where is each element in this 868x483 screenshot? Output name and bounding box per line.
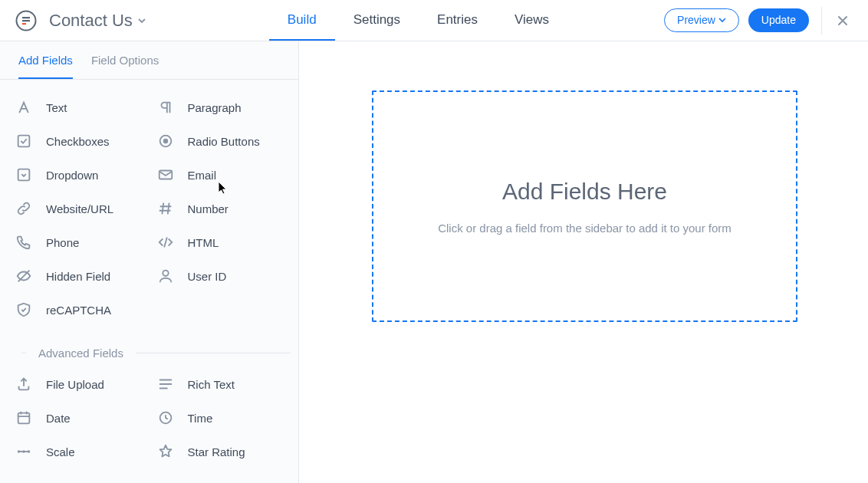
button-label: Update [761, 14, 796, 27]
tab-label: Build [288, 12, 317, 28]
field-label: Paragraph [188, 101, 242, 114]
field-label: Website/URL [46, 202, 113, 215]
basic-fields-grid: Text Paragraph Checkboxes Radio Buttons … [0, 80, 298, 327]
tab-build[interactable]: Build [269, 0, 335, 41]
app-logo[interactable] [15, 0, 49, 41]
fields-sidebar: Add Fields Field Options Text Paragraph … [0, 41, 299, 483]
advanced-fields-heading: Advanced Fields [0, 327, 298, 367]
divider [821, 7, 822, 34]
form-title-dropdown[interactable]: Contact Us [49, 0, 146, 41]
field-website-url[interactable]: Website/URL [8, 192, 150, 225]
field-text[interactable]: Text [8, 90, 150, 124]
field-radio-buttons[interactable]: Radio Buttons [150, 124, 291, 158]
field-label: HTML [188, 236, 219, 249]
field-label: Dropdown [46, 169, 98, 182]
tab-settings[interactable]: Settings [335, 0, 419, 41]
field-label: User ID [188, 270, 227, 283]
sidebar-tab-field-options[interactable]: Field Options [91, 41, 159, 79]
star-icon [157, 443, 174, 460]
radio-icon [157, 133, 174, 150]
field-label: Phone [46, 236, 79, 249]
tab-label: Entries [437, 12, 478, 28]
field-html[interactable]: HTML [150, 225, 291, 259]
dropdown-icon [15, 166, 32, 183]
chevron-down-icon [137, 16, 146, 25]
svg-point-6 [163, 139, 167, 143]
field-label: Star Rating [188, 445, 245, 458]
field-date[interactable]: Date [8, 401, 150, 435]
field-label: Rich Text [188, 378, 235, 391]
field-label: Checkboxes [46, 135, 110, 148]
shield-icon [15, 301, 32, 318]
upload-icon [15, 376, 32, 393]
field-label: reCAPTCHA [46, 304, 111, 317]
field-user-id[interactable]: User ID [150, 259, 291, 293]
field-number[interactable]: Number [150, 192, 291, 225]
field-scale[interactable]: Scale [8, 435, 150, 468]
advanced-fields-grid: File Upload Rich Text Date Time Scale St… [0, 367, 298, 468]
preview-button[interactable]: Preview [664, 8, 739, 32]
svg-rect-7 [18, 169, 30, 181]
tab-label: Add Fields [18, 54, 73, 67]
update-button[interactable]: Update [748, 8, 809, 32]
eye-off-icon [15, 268, 32, 284]
tab-views[interactable]: Views [496, 0, 567, 41]
svg-rect-2 [22, 20, 30, 21]
hash-icon [157, 200, 174, 217]
header-actions: Preview Update [664, 0, 868, 41]
text-a-icon [15, 99, 32, 116]
phone-icon [15, 234, 32, 251]
field-hidden[interactable]: Hidden Field [8, 259, 150, 293]
dropzone-title: Add Fields Here [502, 179, 667, 205]
close-button[interactable] [831, 14, 854, 28]
calendar-icon [15, 409, 32, 426]
form-title: Contact Us [49, 11, 133, 31]
checkbox-icon [15, 133, 32, 150]
sidebar-tabs: Add Fields Field Options [0, 41, 298, 80]
field-dropdown[interactable]: Dropdown [8, 158, 150, 192]
main-tabs: Build Settings Entries Views [269, 0, 567, 41]
field-time[interactable]: Time [150, 401, 291, 435]
svg-rect-4 [18, 136, 30, 147]
field-label: Text [46, 101, 67, 114]
svg-rect-3 [22, 23, 26, 25]
richtext-icon [157, 376, 174, 393]
app-header: Contact Us Build Settings Entries Views … [0, 0, 868, 41]
dropzone[interactable]: Add Fields Here Click or drag a field fr… [372, 90, 797, 322]
sidebar-tab-add-fields[interactable]: Add Fields [18, 41, 73, 79]
svg-rect-10 [18, 413, 30, 424]
field-label: Time [188, 412, 213, 425]
scale-icon [15, 443, 32, 460]
tab-label: Field Options [91, 54, 159, 67]
field-email[interactable]: Email [150, 158, 291, 192]
form-canvas[interactable]: Add Fields Here Click or drag a field fr… [299, 41, 868, 483]
tab-label: Settings [353, 12, 400, 28]
field-phone[interactable]: Phone [8, 225, 150, 259]
close-icon [836, 14, 850, 28]
chevron-down-icon [718, 16, 726, 24]
clock-icon [157, 409, 174, 426]
link-icon [15, 200, 32, 217]
field-rich-text[interactable]: Rich Text [150, 367, 291, 401]
svg-point-9 [163, 271, 168, 276]
field-label: File Upload [46, 378, 104, 391]
field-checkboxes[interactable]: Checkboxes [8, 124, 150, 158]
field-label: Number [188, 202, 229, 215]
user-icon [157, 268, 174, 284]
field-label: Radio Buttons [188, 135, 260, 148]
field-paragraph[interactable]: Paragraph [150, 90, 291, 124]
tab-label: Views [515, 12, 549, 28]
field-recaptcha[interactable]: reCAPTCHA [8, 293, 150, 327]
field-file-upload[interactable]: File Upload [8, 367, 150, 401]
dropzone-subtitle: Click or drag a field from the sidebar t… [438, 222, 732, 235]
tab-entries[interactable]: Entries [419, 0, 496, 41]
field-label: Hidden Field [46, 270, 110, 283]
formidable-logo-icon [15, 10, 37, 31]
field-star-rating[interactable]: Star Rating [150, 435, 291, 468]
button-label: Preview [677, 14, 715, 27]
paragraph-icon [157, 99, 174, 116]
section-label-text: Advanced Fields [38, 347, 123, 360]
field-label: Scale [46, 445, 75, 458]
field-label: Date [46, 412, 71, 425]
code-icon [157, 234, 174, 251]
